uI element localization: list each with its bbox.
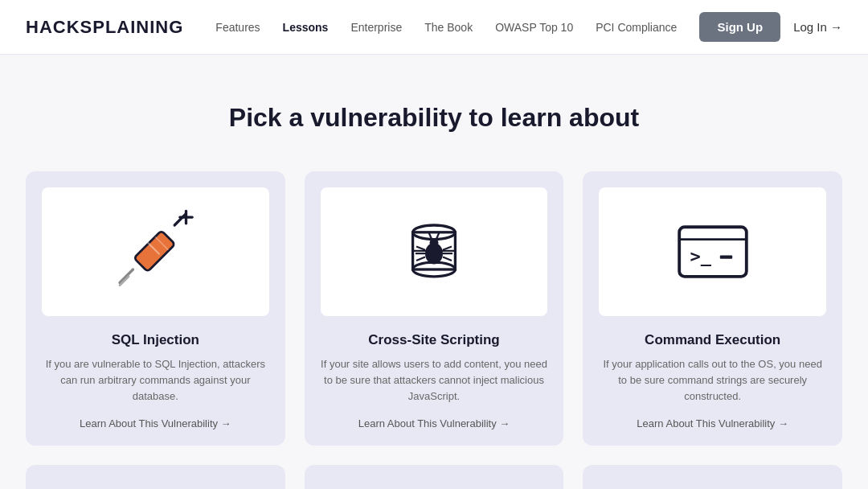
navbar: HacksPlaining Features Lessons Enterpris… [0, 0, 868, 55]
card-title-cmd: Command Execution [645, 332, 780, 348]
card-image-xss [321, 187, 548, 316]
terminal-icon: >_ [669, 208, 757, 296]
card-sql-injection[interactable]: SQL Injection If you are vulnerable to S… [26, 171, 285, 446]
nav-the-book[interactable]: The Book [424, 21, 473, 34]
card-content-cmd: Command Execution If your application ca… [599, 332, 826, 429]
svg-rect-26 [719, 255, 731, 258]
nav-pci[interactable]: PCI Compliance [596, 21, 677, 34]
database-bug-icon [390, 208, 478, 296]
nav-links: Features Lessons Enterprise The Book OWA… [215, 21, 699, 34]
card-image-sql [42, 187, 269, 316]
card-link-cmd[interactable]: Learn About This Vulnerability → [637, 417, 788, 429]
card-title-sql: SQL Injection [112, 332, 199, 348]
syringe-icon [111, 208, 199, 296]
card-command-execution[interactable]: >_ Command Execution If your application… [583, 171, 842, 446]
card-partial-3[interactable] [583, 465, 842, 489]
page-title: Pick a vulnerability to learn about [26, 103, 842, 133]
svg-line-3 [175, 214, 186, 225]
login-button[interactable]: Log In → [793, 20, 842, 34]
svg-line-20 [443, 257, 452, 261]
main-content: Pick a vulnerability to learn about [0, 55, 868, 489]
nav-lessons[interactable]: Lessons [283, 21, 329, 34]
signup-button[interactable]: Sign Up [699, 12, 780, 42]
card-content-xss: Cross-Site Scripting If your site allows… [321, 332, 548, 429]
svg-line-18 [443, 246, 452, 249]
svg-line-0 [120, 269, 133, 283]
nav-features[interactable]: Features [215, 21, 260, 34]
nav-enterprise[interactable]: Enterprise [350, 21, 402, 34]
card-image-cmd: >_ [599, 187, 826, 316]
card-xss[interactable]: Cross-Site Scripting If your site allows… [305, 171, 564, 446]
card-link-sql[interactable]: Learn About This Vulnerability → [80, 417, 231, 429]
card-desc-sql: If you are vulnerable to SQL Injection, … [42, 356, 269, 405]
site-logo[interactable]: HacksPlaining [26, 17, 183, 38]
vulnerability-cards-grid: SQL Injection If you are vulnerable to S… [26, 171, 842, 489]
nav-actions: Sign Up Log In → [699, 12, 842, 42]
card-desc-cmd: If your application calls out to the OS,… [599, 356, 826, 405]
svg-line-15 [416, 246, 425, 249]
svg-text:>_: >_ [690, 246, 711, 266]
nav-owasp[interactable]: OWASP Top 10 [495, 21, 573, 34]
svg-point-14 [429, 239, 438, 248]
card-content-sql: SQL Injection If you are vulnerable to S… [42, 332, 269, 429]
card-title-xss: Cross-Site Scripting [368, 332, 499, 348]
card-desc-xss: If your site allows users to add content… [321, 356, 548, 405]
card-link-xss[interactable]: Learn About This Vulnerability → [358, 417, 510, 429]
svg-line-17 [416, 257, 425, 261]
card-partial-1[interactable] [26, 465, 285, 489]
card-partial-2[interactable] [305, 465, 564, 489]
